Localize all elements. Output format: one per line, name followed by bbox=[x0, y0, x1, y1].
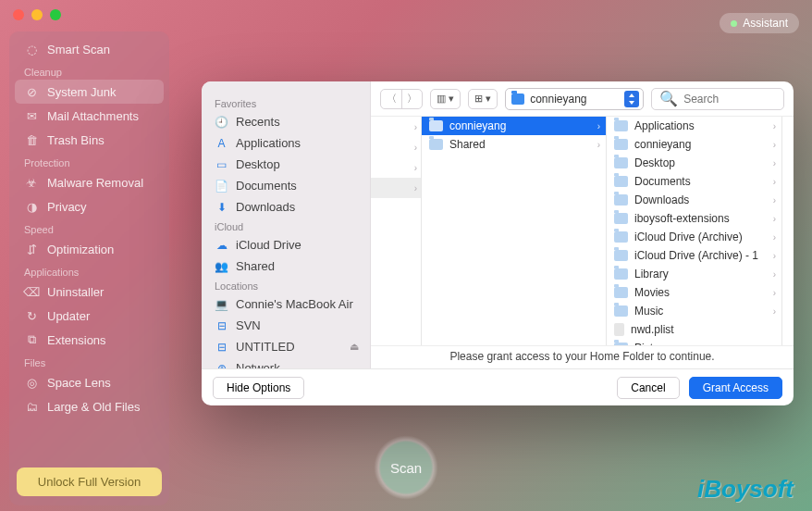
app-sidebar: ◌ Smart Scan Cleanup⊘System Junk✉Mail At… bbox=[9, 31, 169, 505]
browser-row[interactable]: Music› bbox=[607, 302, 781, 320]
sidebar-entry-icon: ☁ bbox=[215, 239, 228, 252]
sidebar-group-title: Files bbox=[15, 352, 164, 370]
sidebar-item-large-old-files[interactable]: 🗂Large & Old Files bbox=[15, 394, 164, 418]
search-input[interactable] bbox=[683, 93, 776, 106]
chevron-right-icon: › bbox=[773, 232, 776, 243]
finder-sidebar-item[interactable]: ▭Desktop bbox=[202, 154, 370, 175]
finder-sidebar-item[interactable]: 🕘Recents bbox=[202, 111, 370, 132]
sidebar-item-mail-attachments[interactable]: ✉Mail Attachments bbox=[15, 104, 164, 128]
browser-row[interactable]: Movies› bbox=[607, 283, 781, 302]
search-field[interactable]: 🔍 bbox=[651, 88, 784, 110]
finder-sidebar-label: Recents bbox=[236, 115, 280, 129]
grant-access-button[interactable]: Grant Access bbox=[689, 377, 782, 399]
sidebar-item-trash-bins[interactable]: 🗑Trash Bins bbox=[15, 128, 164, 152]
row-label: Movies bbox=[634, 286, 670, 299]
finder-sidebar-label: SVN bbox=[236, 318, 261, 332]
row-label: Shared bbox=[449, 138, 486, 151]
folder-icon bbox=[614, 157, 628, 168]
finder-sidebar-item[interactable]: ⊟UNTITLED⏏ bbox=[202, 336, 370, 357]
sidebar-entry-icon: ▭ bbox=[215, 158, 228, 171]
open-panel-main: 〈 〉 ▥ ▾ ⊞ ▾ connieyang 🔍 bbox=[371, 81, 794, 368]
folder-icon bbox=[511, 93, 524, 105]
sidebar-item-updater[interactable]: ↻Updater bbox=[15, 304, 164, 328]
sidebar-item-malware-removal[interactable]: ☣Malware Removal bbox=[15, 170, 164, 194]
nav-forward-icon[interactable]: 〉 bbox=[401, 90, 422, 108]
sidebar-item-smart-scan[interactable]: ◌ Smart Scan bbox=[15, 37, 164, 61]
privacy-icon: ◑ bbox=[24, 199, 39, 214]
view-columns-button[interactable]: ▥ ▾ bbox=[430, 89, 461, 109]
browser-row[interactable]: nwd.plist bbox=[607, 320, 781, 339]
sidebar-entry-icon: ⊟ bbox=[215, 341, 228, 354]
row-label: iCloud Drive (Archive) - 1 bbox=[634, 249, 758, 262]
chevron-right-icon: › bbox=[773, 195, 776, 206]
uninstaller-icon: ⌫ bbox=[24, 284, 39, 299]
large-old-files-icon: 🗂 bbox=[24, 399, 39, 414]
browser-row[interactable]: Shared› bbox=[422, 135, 606, 154]
eject-icon[interactable]: ⏏ bbox=[350, 341, 359, 353]
minimize-icon[interactable] bbox=[31, 9, 43, 20]
folder-icon bbox=[614, 176, 628, 187]
browser-row[interactable]: connieyang› bbox=[607, 135, 781, 154]
brand-logo: iBoysoft bbox=[697, 475, 794, 504]
smart-scan-icon: ◌ bbox=[24, 42, 39, 56]
chevron-right-icon: › bbox=[773, 251, 776, 261]
view-group-button[interactable]: ⊞ ▾ bbox=[468, 89, 498, 109]
sidebar-item-label: Optimization bbox=[47, 243, 114, 256]
browser-row[interactable]: Applications› bbox=[607, 117, 781, 135]
column-2: Applications›connieyang›Desktop›Document… bbox=[607, 117, 782, 345]
malware-removal-icon: ☣ bbox=[24, 175, 39, 190]
finder-sidebar-label: Documents bbox=[236, 179, 297, 193]
finder-sidebar-item[interactable]: 💻Connie's MacBook Air bbox=[202, 293, 370, 315]
finder-sidebar-item[interactable]: ⬇Downloads bbox=[202, 196, 370, 218]
folder-icon bbox=[614, 287, 628, 298]
path-popup[interactable]: connieyang bbox=[505, 88, 644, 110]
row-label: Library bbox=[634, 268, 669, 280]
browser-row[interactable]: Documents› bbox=[607, 172, 781, 191]
browser-row[interactable]: Downloads› bbox=[607, 191, 781, 209]
smart-scan-label: Smart Scan bbox=[47, 43, 110, 56]
cancel-button[interactable]: Cancel bbox=[617, 377, 679, 399]
updater-icon: ↻ bbox=[24, 308, 39, 323]
path-step-icon[interactable] bbox=[624, 91, 639, 107]
browser-row[interactable]: iboysoft-extensions› bbox=[607, 209, 781, 228]
assistant-badge[interactable]: Assistant bbox=[720, 13, 799, 33]
finder-sidebar-item[interactable]: 👥Shared bbox=[202, 256, 370, 277]
close-icon[interactable] bbox=[13, 9, 24, 20]
scan-button[interactable]: Scan bbox=[374, 435, 438, 500]
column-0-row[interactable]: › bbox=[371, 137, 421, 157]
column-0-row[interactable]: › bbox=[371, 117, 421, 137]
sidebar-item-privacy[interactable]: ◑Privacy bbox=[15, 194, 164, 218]
nav-back-icon[interactable]: 〈 bbox=[381, 90, 401, 108]
open-panel-toolbar: 〈 〉 ▥ ▾ ⊞ ▾ connieyang 🔍 bbox=[371, 81, 794, 117]
finder-sidebar-heading: Locations bbox=[202, 277, 370, 293]
browser-row[interactable]: Desktop› bbox=[607, 154, 781, 172]
sidebar-entry-icon: 🕘 bbox=[215, 116, 228, 129]
sidebar-item-space-lens[interactable]: ◎Space Lens bbox=[15, 370, 164, 394]
browser-row[interactable]: Library› bbox=[607, 265, 781, 283]
zoom-icon[interactable] bbox=[50, 9, 61, 20]
finder-sidebar-item[interactable]: ⊟SVN bbox=[202, 315, 370, 336]
row-label: Documents bbox=[634, 175, 691, 188]
browser-row[interactable]: connieyang› bbox=[422, 117, 606, 135]
browser-row[interactable]: iCloud Drive (Archive)› bbox=[607, 228, 781, 246]
sidebar-item-extensions[interactable]: ⧉Extensions bbox=[15, 328, 164, 352]
finder-sidebar-item[interactable]: ☁iCloud Drive bbox=[202, 234, 370, 256]
unlock-full-version-button[interactable]: Unlock Full Version bbox=[17, 467, 162, 496]
sidebar-entry-icon: 👥 bbox=[215, 260, 228, 273]
mail-attachments-icon: ✉ bbox=[24, 108, 39, 123]
finder-sidebar-item[interactable]: ⊕Network bbox=[202, 357, 370, 368]
finder-sidebar-item[interactable]: 📄Documents bbox=[202, 175, 370, 196]
window-controls bbox=[13, 9, 61, 20]
browser-row[interactable]: iCloud Drive (Archive) - 1› bbox=[607, 246, 781, 265]
column-0-row[interactable]: › bbox=[371, 178, 421, 198]
finder-sidebar-item[interactable]: AApplications bbox=[202, 132, 370, 154]
dialog-footer: Hide Options Cancel Grant Access bbox=[202, 368, 794, 405]
nav-back-forward[interactable]: 〈 〉 bbox=[380, 89, 423, 109]
sidebar-item-uninstaller[interactable]: ⌫Uninstaller bbox=[15, 280, 164, 304]
column-0-row[interactable]: › bbox=[371, 157, 421, 178]
sidebar-item-optimization[interactable]: ⇵Optimization bbox=[15, 237, 164, 261]
browser-row[interactable]: Pictures› bbox=[607, 339, 781, 345]
row-label: Applications bbox=[634, 119, 695, 132]
hide-options-button[interactable]: Hide Options bbox=[213, 377, 304, 399]
sidebar-item-system-junk[interactable]: ⊘System Junk bbox=[15, 80, 164, 104]
